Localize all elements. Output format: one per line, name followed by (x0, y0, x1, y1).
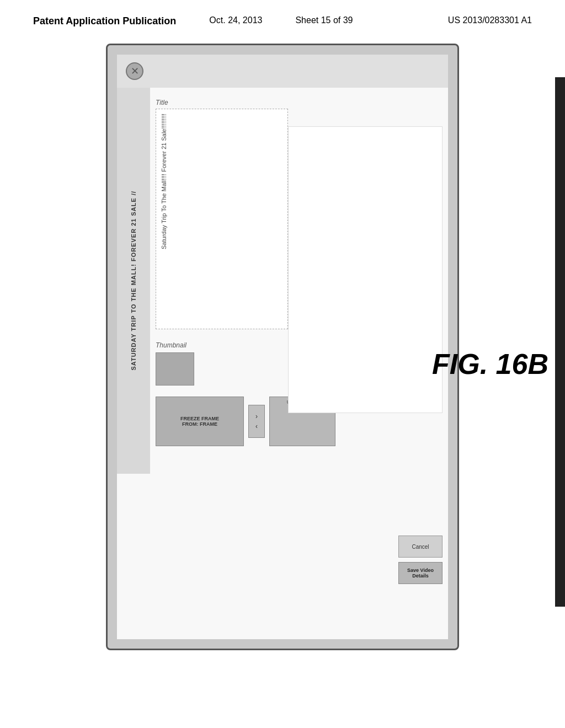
title-input-area[interactable]: Saturday Trip To The Mall!!!! Forever 21… (156, 109, 288, 329)
close-icon: ✕ (131, 65, 139, 77)
sheet-info: Sheet 15 of 39 (295, 15, 353, 25)
device-screen: ✕ SATURDAY TRIP TO THE MALL! FOREVER 21 … (117, 55, 448, 639)
next-arrow-icon[interactable]: › (255, 413, 258, 420)
title-label: Title (156, 99, 443, 106)
right-edge-bar (555, 77, 565, 607)
screen-content: Title Saturday Trip To The Mall!!!! Fore… (117, 88, 448, 639)
page-header: Patent Application Publication Oct. 24, … (0, 0, 565, 33)
prev-arrow-icon[interactable]: ‹ (255, 422, 258, 430)
close-button[interactable]: ✕ (126, 62, 143, 80)
navigation-arrows[interactable]: › ‹ (248, 405, 265, 438)
figure-label: FIG. 16B (432, 347, 548, 381)
thumbnail-image (156, 352, 194, 386)
right-buttons: Cancel Save Video Details (398, 536, 443, 584)
publication-title: Patent Application Publication (33, 15, 176, 27)
publication-date: Oct. 24, 2013 (209, 15, 262, 25)
screen-top-bar: ✕ (117, 55, 448, 88)
large-content-area (288, 126, 443, 413)
freeze-frame-control[interactable]: FREEZE FRAME FROM: FRAME (156, 397, 244, 446)
main-content: ✕ SATURDAY TRIP TO THE MALL! FOREVER 21 … (0, 33, 565, 661)
patent-number: US 2013/0283301 A1 (448, 15, 532, 25)
from-frame-label: FROM: FRAME (182, 421, 217, 427)
freeze-frame-label: FREEZE FRAME (180, 416, 219, 421)
cancel-button[interactable]: Cancel (398, 536, 443, 558)
title-text: Saturday Trip To The Mall!!!! Forever 21… (161, 114, 167, 249)
save-video-button[interactable]: Save Video Details (398, 562, 443, 584)
device-mockup: ✕ SATURDAY TRIP TO THE MALL! FOREVER 21 … (106, 44, 459, 650)
